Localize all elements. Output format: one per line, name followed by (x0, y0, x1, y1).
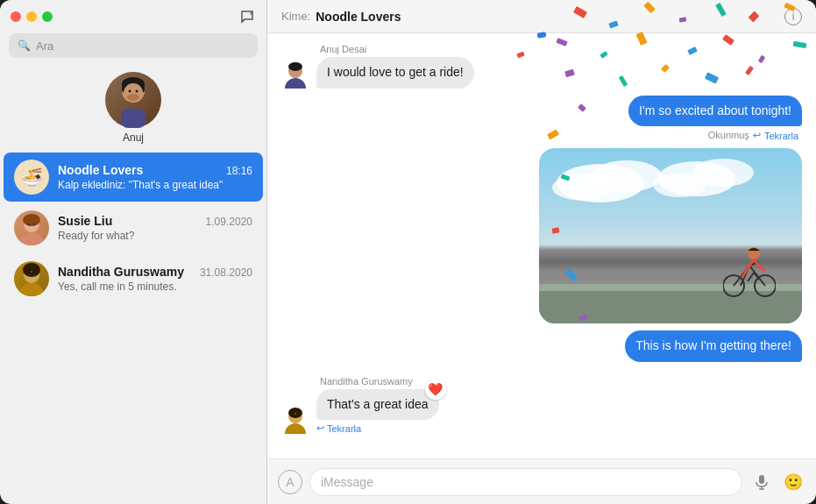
outgoing-message-group: I'm so excited about tonight! Okunmuş ↩ … (628, 96, 802, 142)
sidebar: 🔍 Ara (0, 0, 267, 504)
input-placeholder: iMessage (321, 475, 373, 489)
search-icon: 🔍 (18, 39, 31, 52)
svg-point-13 (18, 283, 45, 296)
svg-point-12 (33, 224, 35, 225)
avatar (14, 261, 49, 296)
close-button[interactable] (11, 11, 21, 22)
dictation-button[interactable] (749, 470, 774, 494)
conversation-time: 1.09.2020 (206, 216, 252, 228)
titlebar (0, 0, 266, 33)
svg-rect-7 (121, 109, 145, 128)
input-bar: A iMessage 🙂 (267, 458, 816, 504)
minimize-button[interactable] (26, 11, 37, 22)
chat-image (539, 148, 802, 323)
compose-button[interactable] (238, 8, 256, 25)
conversation-preview: Yes, call me in 5 minutes. (58, 280, 252, 293)
svg-line-37 (748, 273, 754, 281)
app-picker-button[interactable]: A (278, 470, 302, 494)
message-row: Nanditha Guruswamy That's a great idea ❤… (281, 376, 802, 435)
message-row: Anuj Desai I would love to get a ride! (281, 44, 802, 89)
app-window: 🔍 Ara (0, 0, 816, 504)
avatar-nanditha-small (281, 406, 309, 434)
read-status: Okunmuş (708, 130, 749, 140)
svg-point-11 (28, 224, 30, 225)
search-bar[interactable]: 🔍 Ara (9, 33, 258, 58)
info-icon: i (792, 11, 795, 23)
tapback-container: That's a great idea ❤️ (316, 389, 439, 421)
avatar (14, 210, 49, 245)
svg-point-19 (285, 78, 306, 89)
chat-recipient: Noodle Lovers (316, 10, 401, 24)
conversation-name: Noodle Lovers (58, 163, 143, 177)
chat-area: Kime: Noodle Lovers i Anuj Desai (267, 0, 816, 504)
conversation-content: Nanditha Guruswamy 31.08.2020 Yes, call … (58, 265, 252, 293)
svg-point-17 (33, 274, 35, 276)
fullscreen-button[interactable] (42, 11, 53, 22)
message-bubble: I would love to get a ride! (316, 57, 474, 89)
svg-point-8 (18, 232, 45, 245)
conversation-item-noodle-lovers[interactable]: 🍜 Noodle Lovers 18:16 Kalp eklediniz: "T… (4, 153, 263, 202)
outgoing-message-group: This is how I'm getting there! (625, 330, 802, 362)
message-row: This is how I'm getting there! (281, 330, 802, 362)
message-bubble: That's a great idea (316, 389, 439, 421)
chat-header: Kime: Noodle Lovers i (267, 0, 816, 33)
replay-icon: ↩ (753, 130, 761, 141)
conversation-list: 🍜 Noodle Lovers 18:16 Kalp eklediniz: "T… (0, 153, 266, 504)
svg-rect-43 (759, 475, 764, 484)
svg-point-39 (285, 423, 306, 434)
replay-button[interactable]: Tekrarla (764, 131, 798, 141)
conversation-header: Susie Liu 1.09.2020 (58, 214, 252, 228)
svg-point-16 (28, 274, 30, 276)
svg-point-5 (136, 90, 138, 93)
message-meta: Okunmuş ↩ Tekrarla (708, 129, 802, 141)
pinned-contact[interactable]: Anuj (0, 65, 266, 153)
emoji-button[interactable]: 🙂 (781, 470, 805, 494)
conversation-time: 31.08.2020 (200, 266, 252, 279)
noodle-lovers-avatar: 🍜 (14, 160, 49, 195)
cyclist-svg (723, 238, 776, 308)
incoming-message-group: Nanditha Guruswamy That's a great idea ❤… (316, 376, 439, 435)
app-picker-icon: A (286, 475, 294, 489)
svg-point-21 (288, 62, 302, 71)
message-row (281, 148, 802, 323)
message-bubble: I'm so excited about tonight! (628, 96, 802, 127)
conversation-name: Nanditha Guruswamy (58, 265, 184, 279)
conversation-content: Noodle Lovers 18:16 Kalp eklediniz: "Tha… (58, 163, 252, 191)
conversation-item-susie-liu[interactable]: Susie Liu 1.09.2020 Ready for what? (4, 203, 263, 252)
message-input[interactable]: iMessage (309, 468, 742, 496)
traffic-lights (11, 11, 53, 22)
incoming-message-group: Anuj Desai I would love to get a ride! (316, 44, 474, 89)
message-bubble: This is how I'm getting there! (625, 330, 802, 362)
conversation-preview: Kalp eklediniz: "That's a great idea" (58, 179, 252, 191)
conversation-name: Susie Liu (58, 214, 112, 228)
avatar: 🍜 (14, 160, 49, 195)
svg-point-27 (653, 173, 706, 197)
message-row: I'm so excited about tonight! Okunmuş ↩ … (281, 96, 802, 142)
conversation-content: Susie Liu 1.09.2020 Ready for what? (58, 214, 252, 242)
conversation-header: Noodle Lovers 18:16 (58, 163, 252, 177)
outgoing-image-group (539, 148, 802, 323)
conversation-item-nanditha[interactable]: Nanditha Guruswamy 31.08.2020 Yes, call … (4, 254, 263, 303)
pinned-contact-name: Anuj (123, 131, 144, 144)
svg-point-42 (294, 413, 296, 415)
svg-point-6 (127, 94, 139, 101)
svg-point-4 (129, 90, 131, 93)
avatar-anuj-small (281, 60, 309, 89)
svg-point-24 (552, 174, 614, 201)
sender-name: Nanditha Guruswamy (316, 376, 413, 387)
tapback-heart: ❤️ (425, 379, 446, 400)
conversation-preview: Ready for what? (58, 230, 252, 242)
to-label: Kime: (281, 10, 310, 23)
replay-button[interactable]: ↩ Tekrarla (316, 422, 361, 434)
messages-container: Anuj Desai I would love to get a ride! I… (267, 33, 816, 458)
avatar-anuj (105, 72, 161, 128)
conversation-header: Nanditha Guruswamy 31.08.2020 (58, 265, 252, 279)
image-bubble (539, 148, 802, 323)
sender-name: Anuj Desai (316, 44, 366, 54)
susie-avatar (14, 210, 49, 245)
nanditha-avatar (14, 261, 49, 296)
search-placeholder: Ara (36, 39, 53, 53)
emoji-icon: 🙂 (784, 472, 803, 492)
svg-point-10 (23, 214, 40, 226)
info-button[interactable]: i (784, 8, 802, 25)
